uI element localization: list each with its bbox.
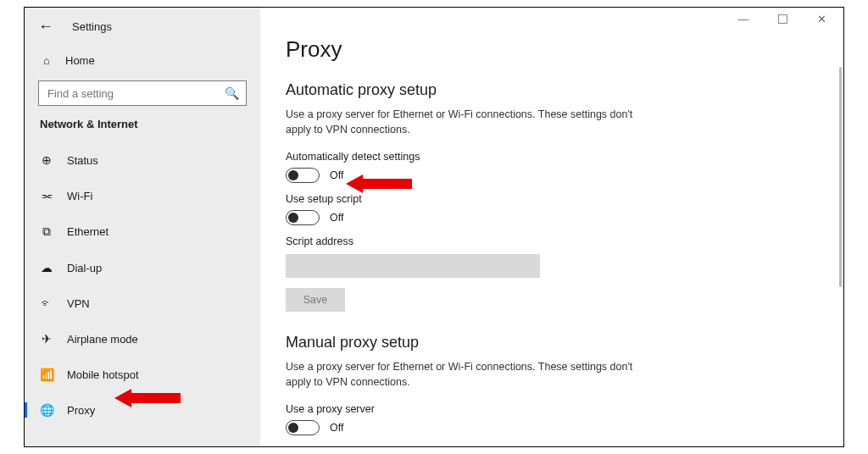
proxy-icon: 🌐 xyxy=(40,403,53,417)
sidebar-item-label: Ethernet xyxy=(67,225,108,238)
page-title: Proxy xyxy=(286,36,820,63)
use-proxy-toggle[interactable] xyxy=(286,420,320,435)
auto-detect-state: Off xyxy=(330,169,343,181)
settings-window: — ✕ ← Settings ⌂ Home 🔍 Network & Intern… xyxy=(24,7,844,447)
main-content: Proxy Automatic proxy setup Use a proxy … xyxy=(260,8,843,446)
home-icon: ⌂ xyxy=(40,54,53,67)
annotation-arrow-proxy xyxy=(114,389,181,407)
sidebar-home[interactable]: ⌂ Home xyxy=(25,49,260,72)
auto-proxy-description: Use a proxy server for Ethernet or Wi-Fi… xyxy=(286,108,659,137)
search-icon: 🔍 xyxy=(225,86,239,100)
wifi-icon: ⫘ xyxy=(40,189,53,202)
titlebar: — ✕ xyxy=(721,8,843,31)
window-maximize-button[interactable] xyxy=(772,8,793,31)
setup-script-state: Off xyxy=(330,212,343,224)
auto-detect-toggle[interactable] xyxy=(286,168,320,183)
auto-detect-label: Automatically detect settings xyxy=(286,151,820,163)
search-box[interactable]: 🔍 xyxy=(38,80,247,106)
dialup-icon: ☁ xyxy=(40,261,53,274)
annotation-arrow-toggle xyxy=(346,174,412,193)
back-button[interactable]: ← xyxy=(35,18,57,36)
sidebar-item-label: Mobile hotspot xyxy=(67,368,139,381)
sidebar-item-status[interactable]: ⊕ Status xyxy=(25,146,260,174)
sidebar-item-ethernet[interactable]: ⧉ Ethernet xyxy=(25,217,260,246)
window-minimize-button[interactable]: — xyxy=(733,8,754,31)
sidebar-item-label: Status xyxy=(67,154,98,167)
scrollbar[interactable] xyxy=(839,67,842,287)
sidebar-item-wifi[interactable]: ⫘ Wi-Fi xyxy=(25,181,260,210)
sidebar-item-airplane[interactable]: ✈ Airplane mode xyxy=(25,324,260,353)
airplane-icon: ✈ xyxy=(40,332,53,346)
script-address-label: Script address xyxy=(286,235,820,247)
home-label: Home xyxy=(65,54,95,67)
use-proxy-label: Use a proxy server xyxy=(286,403,820,415)
auto-proxy-heading: Automatic proxy setup xyxy=(286,81,820,99)
save-button[interactable]: Save xyxy=(286,288,345,312)
setup-script-toggle[interactable] xyxy=(286,210,320,225)
window-close-button[interactable]: ✕ xyxy=(811,8,832,31)
setup-script-label: Use setup script xyxy=(286,193,820,205)
search-input[interactable] xyxy=(46,86,225,101)
sidebar-section-label: Network & Internet xyxy=(25,118,260,130)
use-proxy-state: Off xyxy=(330,422,343,434)
sidebar-item-vpn[interactable]: ᯤ VPN xyxy=(25,289,260,318)
sidebar-item-label: Wi-Fi xyxy=(67,190,92,202)
manual-proxy-heading: Manual proxy setup xyxy=(286,334,820,352)
app-title: Settings xyxy=(72,20,112,33)
sidebar-item-label: VPN xyxy=(67,297,90,310)
sidebar-item-dialup[interactable]: ☁ Dial-up xyxy=(25,253,260,282)
script-address-input[interactable] xyxy=(286,254,540,278)
sidebar: ← Settings ⌂ Home 🔍 Network & Internet ⊕… xyxy=(25,8,260,446)
sidebar-item-hotspot[interactable]: 📶 Mobile hotspot xyxy=(25,360,260,389)
sidebar-item-label: Dial-up xyxy=(67,262,102,274)
ethernet-icon: ⧉ xyxy=(40,224,53,239)
status-icon: ⊕ xyxy=(40,153,53,167)
hotspot-icon: 📶 xyxy=(40,368,53,381)
sidebar-item-label: Proxy xyxy=(67,404,95,417)
sidebar-item-label: Airplane mode xyxy=(67,333,138,346)
manual-proxy-description: Use a proxy server for Ethernet or Wi-Fi… xyxy=(286,360,659,390)
vpn-icon: ᯤ xyxy=(40,296,53,310)
